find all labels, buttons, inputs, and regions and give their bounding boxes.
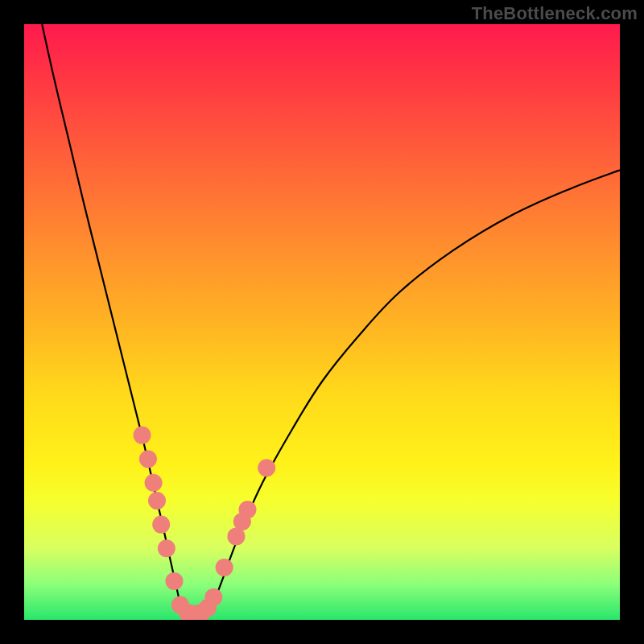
marker-dot bbox=[134, 427, 151, 444]
marker-dot bbox=[148, 492, 166, 510]
chart-svg bbox=[24, 24, 620, 620]
marker-layer bbox=[134, 427, 276, 620]
marker-dot bbox=[204, 588, 222, 606]
marker-dot bbox=[139, 450, 157, 468]
marker-dot bbox=[152, 516, 170, 534]
marker-dot bbox=[216, 559, 233, 576]
watermark-text: TheBottleneck.com bbox=[472, 3, 638, 24]
marker-dot bbox=[145, 474, 163, 492]
marker-dot bbox=[158, 539, 175, 557]
plot-background bbox=[24, 24, 620, 620]
marker-dot bbox=[165, 572, 183, 590]
chart-frame: TheBottleneck.com bbox=[0, 0, 644, 644]
bottleneck-curve bbox=[42, 24, 620, 618]
marker-dot bbox=[258, 459, 275, 477]
marker-dot bbox=[239, 501, 257, 518]
